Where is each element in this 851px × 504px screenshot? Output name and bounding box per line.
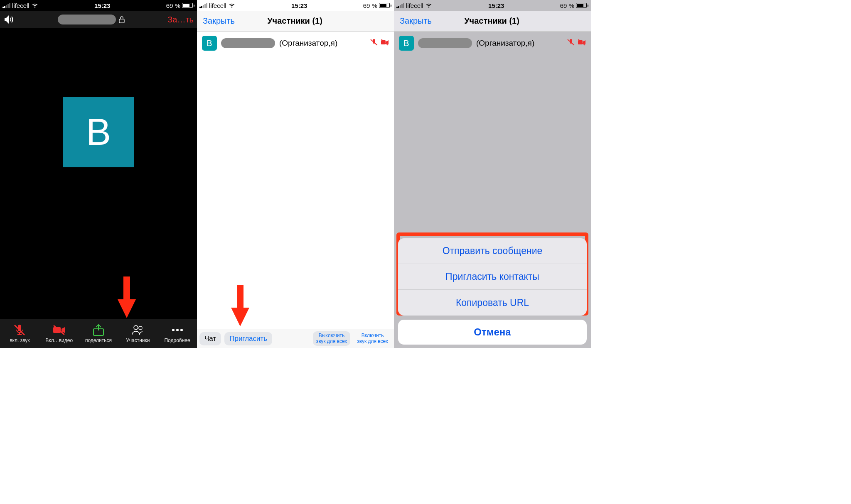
participants-header: Закрыть Участники (1)	[394, 11, 591, 32]
status-bar: lifecell 15:23 69 %	[197, 0, 394, 11]
call-header: За…ть	[0, 11, 197, 28]
video-label: Вкл…видео	[45, 338, 73, 343]
speaker-icon[interactable]	[3, 15, 15, 24]
participant-row[interactable]: В (Организатор,я)	[197, 32, 394, 55]
participants-bottom-bar: Чат Пригласить Выключить звук для всех В…	[197, 329, 394, 348]
wifi-icon	[31, 2, 39, 8]
call-toolbar: вкл. звук Вкл…видео поделиться Участники…	[0, 319, 197, 348]
mute-all-line2: звук для всех	[316, 339, 347, 345]
toggle-video-button[interactable]: Вкл…видео	[42, 324, 76, 343]
camera-off-icon	[381, 39, 389, 48]
carrier-label: lifecell	[406, 2, 423, 9]
signal-bars-icon	[396, 2, 404, 8]
mute-all-button[interactable]: Выключить звук для всех	[313, 331, 351, 346]
status-time: 15:23	[94, 2, 110, 9]
mic-off-icon	[567, 39, 575, 48]
toggle-audio-button[interactable]: вкл. звук	[3, 324, 36, 343]
screen-participants: lifecell 15:23 69 % Закрыть Участники (1…	[197, 0, 394, 348]
mic-off-icon	[12, 324, 27, 336]
participants-label: Участники	[126, 338, 150, 343]
participants-title: Участники (1)	[432, 16, 552, 26]
share-label: поделиться	[85, 338, 112, 343]
battery-percent: 69 %	[166, 2, 180, 9]
chat-button[interactable]: Чат	[199, 332, 221, 345]
unmute-all-button[interactable]: Включить звук для всех	[354, 331, 391, 346]
carrier-label: lifecell	[209, 2, 226, 9]
participant-row[interactable]: В (Организатор,я)	[394, 32, 591, 55]
invite-action-sheet: Отправить сообщение Пригласить контакты …	[398, 238, 587, 345]
send-message-option[interactable]: Отправить сообщение	[398, 238, 587, 264]
close-button[interactable]: Закрыть	[400, 16, 432, 26]
battery-percent: 69 %	[363, 2, 377, 9]
participants-title: Участники (1)	[235, 16, 355, 26]
screen-invite-sheet: lifecell 15:23 69 % Закрыть Участники (1…	[394, 0, 591, 348]
copy-url-option[interactable]: Копировать URL	[398, 290, 587, 316]
status-time: 15:23	[291, 2, 307, 9]
camera-off-icon	[578, 39, 586, 48]
whitespace-pad	[591, 0, 851, 348]
more-icon	[170, 324, 184, 336]
share-icon	[91, 324, 106, 336]
status-bar: lifecell 15:23 69 %	[0, 0, 197, 11]
status-time: 15:23	[488, 2, 504, 9]
battery-icon	[182, 3, 194, 8]
mute-all-line1: Выключить	[316, 333, 347, 339]
participant-role: (Организатор,я)	[279, 39, 337, 48]
signal-bars-icon	[2, 2, 10, 8]
participants-button[interactable]: Участники	[121, 324, 155, 343]
svg-rect-0	[119, 19, 124, 23]
more-label: Подробнее	[164, 338, 190, 343]
more-button[interactable]: Подробнее	[161, 324, 194, 343]
participants-icon	[131, 324, 145, 336]
unmute-all-line1: Включить	[357, 333, 388, 339]
status-bar: lifecell 15:23 69 %	[394, 0, 591, 11]
battery-icon	[576, 3, 588, 8]
screen-zoom-call: lifecell 15:23 69 % За…ть В	[0, 0, 197, 348]
audio-label: вкл. звук	[10, 338, 30, 343]
meeting-title-redacted	[58, 15, 116, 24]
battery-icon	[379, 3, 391, 8]
participants-header: Закрыть Участники (1)	[197, 11, 394, 32]
signal-bars-icon	[199, 2, 207, 8]
participant-name-redacted	[418, 38, 472, 48]
camera-off-icon	[52, 324, 66, 336]
annotation-arrow-icon	[229, 285, 251, 326]
invite-contacts-option[interactable]: Пригласить контакты	[398, 264, 587, 290]
wifi-icon	[425, 2, 433, 8]
svg-point-4	[139, 326, 142, 330]
unmute-all-line2: звук для всех	[357, 339, 388, 345]
mic-off-icon	[370, 39, 378, 48]
participant-avatar-small: В	[399, 36, 414, 51]
close-button[interactable]: Закрыть	[203, 16, 235, 26]
wifi-icon	[228, 2, 236, 8]
lock-icon	[118, 16, 125, 23]
share-button[interactable]: поделиться	[82, 324, 115, 343]
participant-role: (Организатор,я)	[476, 39, 534, 48]
cancel-button[interactable]: Отмена	[398, 320, 587, 345]
annotation-arrow-icon	[118, 276, 136, 318]
invite-button[interactable]: Пригласить	[224, 332, 272, 345]
battery-percent: 69 %	[560, 2, 574, 9]
carrier-label: lifecell	[12, 2, 30, 9]
participant-avatar: В	[63, 97, 134, 167]
svg-point-3	[134, 325, 138, 330]
end-meeting-button[interactable]: За…ть	[167, 15, 194, 24]
participant-name-redacted	[221, 38, 275, 48]
participant-avatar-small: В	[202, 36, 217, 51]
